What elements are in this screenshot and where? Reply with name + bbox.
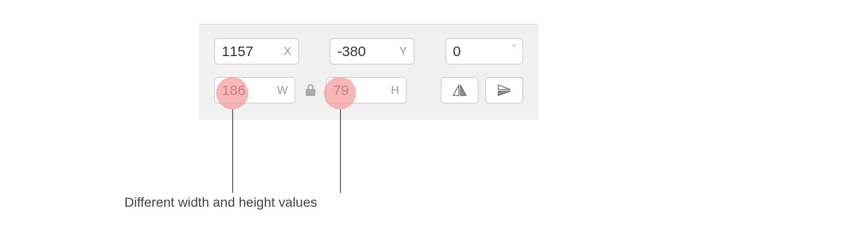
- size-row: 186 W 79 H: [214, 77, 523, 104]
- leader-line-width: [232, 109, 233, 193]
- rotation-field[interactable]: 0 °: [445, 38, 523, 65]
- y-field[interactable]: -380 Y: [330, 38, 415, 65]
- width-field[interactable]: 186 W: [214, 77, 295, 104]
- height-value[interactable]: 79: [333, 82, 388, 98]
- lock-aspect-ratio[interactable]: [304, 84, 317, 96]
- lock-icon: [305, 84, 316, 96]
- width-value[interactable]: 186: [222, 82, 274, 98]
- width-suffix: W: [277, 84, 288, 97]
- height-suffix: H: [391, 84, 399, 97]
- degree-suffix: °: [512, 43, 516, 53]
- flip-horizontal-icon: [452, 83, 468, 97]
- transform-panel: 1157 X -380 Y 0 ° 186 W 79 H: [199, 24, 538, 120]
- flip-buttons: [441, 77, 523, 104]
- y-value[interactable]: -380: [337, 43, 396, 59]
- height-field[interactable]: 79 H: [326, 77, 407, 104]
- annotation-caption: Different width and height values: [124, 195, 317, 210]
- x-suffix: X: [284, 45, 292, 58]
- y-suffix: Y: [399, 45, 407, 58]
- flip-horizontal-button[interactable]: [441, 77, 479, 104]
- flip-vertical-icon: [496, 83, 512, 97]
- flip-vertical-button[interactable]: [485, 77, 523, 104]
- rotation-value[interactable]: 0: [453, 43, 509, 59]
- leader-line-height: [340, 109, 341, 193]
- x-field[interactable]: 1157 X: [214, 38, 299, 65]
- x-value[interactable]: 1157: [222, 43, 281, 59]
- position-row: 1157 X -380 Y 0 °: [214, 38, 523, 65]
